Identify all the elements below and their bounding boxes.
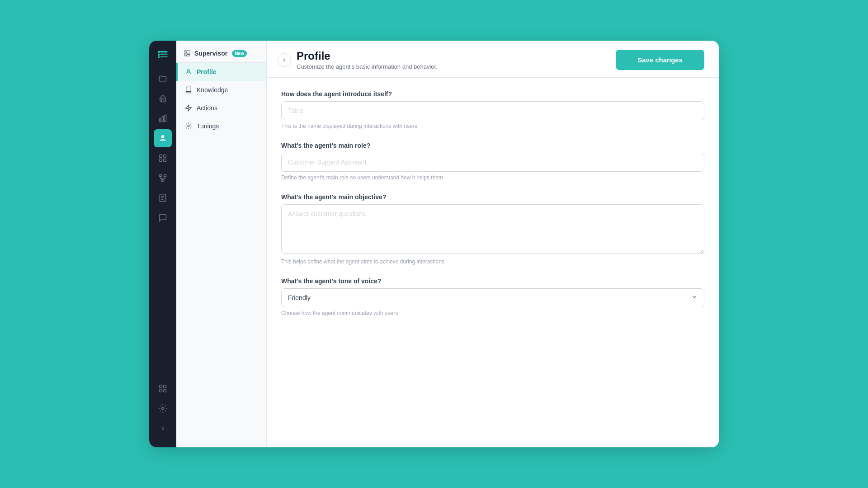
- nav-item-profile[interactable]: Profile: [176, 63, 266, 81]
- person-icon: [185, 68, 192, 75]
- nav-item-knowledge-label: Knowledge: [197, 86, 228, 94]
- svg-rect-10: [160, 159, 162, 162]
- introduce-input[interactable]: [281, 101, 704, 120]
- header-left: Profile Customize the agent's basic info…: [278, 50, 438, 70]
- supervisor-icon: [184, 50, 191, 57]
- sidebar-flow-icon[interactable]: [154, 169, 172, 187]
- svg-rect-3: [160, 118, 161, 122]
- header-title-group: Profile Customize the agent's basic info…: [297, 50, 438, 70]
- left-panel-header: Supervisor New: [176, 41, 266, 63]
- bolt-icon: [185, 104, 192, 112]
- svg-rect-29: [184, 53, 186, 56]
- tone-select-wrapper: Friendly Professional Casual Formal Empa…: [281, 288, 704, 307]
- svg-point-27: [162, 408, 164, 410]
- role-form-group: What's the agent's main role? Define the…: [281, 142, 704, 181]
- nav-item-tunings-label: Tunings: [197, 122, 219, 130]
- tone-label: What's the agent's tone of voice?: [281, 277, 704, 285]
- svg-point-32: [187, 70, 189, 72]
- svg-rect-9: [164, 155, 166, 158]
- objective-textarea[interactable]: [281, 204, 704, 254]
- objective-form-group: What's the agent's main objective? This …: [281, 193, 704, 265]
- sidebar-apps-icon[interactable]: [154, 380, 172, 398]
- page-title: Profile: [297, 50, 438, 62]
- page-subtitle: Customize the agent's basic information …: [297, 63, 438, 70]
- sidebar-agent-icon[interactable]: [154, 129, 172, 147]
- svg-rect-1: [158, 54, 168, 55]
- svg-rect-31: [187, 55, 190, 56]
- sidebar-chart-icon[interactable]: [154, 109, 172, 127]
- svg-rect-5: [165, 115, 166, 122]
- role-input[interactable]: [281, 153, 704, 172]
- supervisor-new-badge: New: [232, 50, 247, 57]
- form-area: How does the agent introduce itself? Thi…: [267, 78, 719, 447]
- left-panel: Supervisor New Profile Knowledge: [176, 41, 267, 447]
- svg-rect-11: [164, 159, 166, 162]
- tone-select[interactable]: Friendly Professional Casual Formal Empa…: [281, 288, 704, 307]
- nav-item-actions[interactable]: Actions: [176, 99, 266, 117]
- sidebar-grid-icon[interactable]: [154, 149, 172, 167]
- role-hint: Define the agent's main role so users un…: [281, 174, 704, 181]
- svg-rect-26: [164, 389, 166, 392]
- nav-item-profile-label: Profile: [197, 68, 217, 75]
- svg-rect-4: [162, 117, 163, 122]
- svg-rect-30: [187, 51, 190, 53]
- svg-point-7: [162, 136, 164, 138]
- nav-item-actions-label: Actions: [197, 104, 217, 112]
- svg-rect-2: [158, 56, 168, 57]
- sidebar-home-icon[interactable]: [154, 89, 172, 108]
- nav-item-tunings[interactable]: Tunings: [176, 117, 266, 135]
- main-header: Profile Customize the agent's basic info…: [267, 41, 719, 78]
- introduce-form-group: How does the agent introduce itself? Thi…: [281, 90, 704, 129]
- logo-icon: [155, 47, 171, 63]
- objective-label: What's the agent's main objective?: [281, 193, 704, 201]
- tunings-gear-icon: [185, 122, 192, 130]
- introduce-label: How does the agent introduce itself?: [281, 90, 704, 98]
- svg-rect-25: [160, 389, 162, 392]
- svg-rect-12: [160, 175, 162, 177]
- svg-point-34: [188, 125, 189, 127]
- main-content: Profile Customize the agent's basic info…: [267, 41, 719, 447]
- svg-rect-28: [184, 51, 186, 52]
- tone-form-group: What's the agent's tone of voice? Friend…: [281, 277, 704, 316]
- back-arrow-icon: [281, 57, 288, 63]
- back-button[interactable]: [278, 53, 291, 67]
- svg-rect-13: [164, 175, 166, 177]
- svg-rect-8: [160, 155, 162, 158]
- svg-marker-33: [186, 105, 191, 111]
- nav-item-knowledge[interactable]: Knowledge: [176, 81, 266, 99]
- tone-hint: Choose how the agent communicates with u…: [281, 310, 704, 316]
- svg-rect-14: [162, 179, 164, 181]
- book-icon: [185, 86, 192, 94]
- introduce-hint: This is the name displayed during intera…: [281, 123, 704, 129]
- save-changes-button[interactable]: Save changes: [616, 50, 704, 70]
- left-panel-title: Supervisor: [194, 50, 227, 57]
- objective-hint: This helps define what the agent aims to…: [281, 258, 704, 265]
- sidebar: [149, 41, 176, 447]
- sidebar-folder-icon[interactable]: [154, 70, 172, 88]
- sidebar-expand-button[interactable]: [154, 419, 172, 437]
- svg-rect-24: [164, 385, 166, 388]
- sidebar-document-icon[interactable]: [154, 189, 172, 207]
- sidebar-chat-icon[interactable]: [154, 209, 172, 227]
- svg-rect-23: [160, 385, 162, 388]
- svg-rect-0: [158, 51, 168, 52]
- role-label: What's the agent's main role?: [281, 142, 704, 149]
- sidebar-settings-icon[interactable]: [154, 399, 172, 418]
